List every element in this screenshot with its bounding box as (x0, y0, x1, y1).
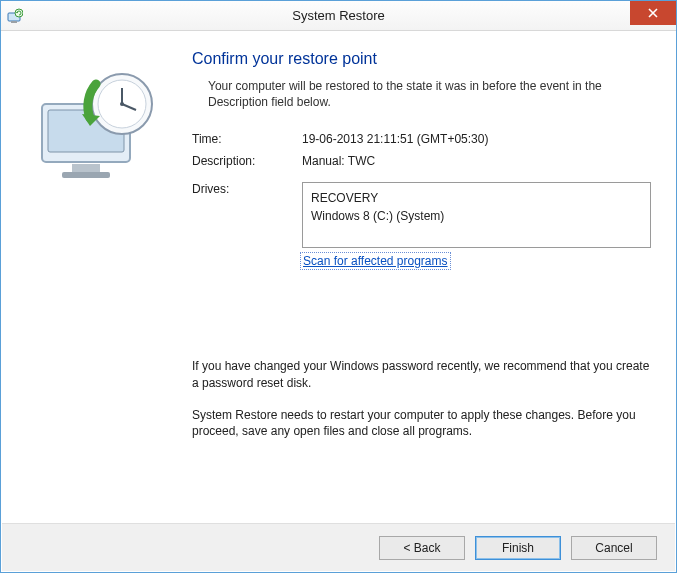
warning-password: If you have changed your Windows passwor… (192, 358, 651, 390)
svg-point-11 (120, 102, 124, 106)
system-restore-icon (24, 64, 164, 184)
page-heading: Confirm your restore point (192, 50, 651, 68)
warning-restart: System Restore needs to restart your com… (192, 407, 651, 439)
time-value: 19-06-2013 21:11:51 (GMT+05:30) (302, 132, 651, 146)
drive-item: Windows 8 (C:) (System) (311, 207, 642, 225)
row-time: Time: 19-06-2013 21:11:51 (GMT+05:30) (192, 132, 651, 146)
intro-text: Your computer will be restored to the st… (192, 78, 651, 110)
row-drives: Drives: RECOVERY Windows 8 (C:) (System) (192, 182, 651, 248)
content-area: Confirm your restore point Your computer… (2, 32, 675, 571)
icon-column (2, 50, 192, 523)
drives-list: RECOVERY Windows 8 (C:) (System) (302, 182, 651, 248)
drives-label: Drives: (192, 182, 302, 248)
close-icon (648, 8, 658, 18)
back-button[interactable]: < Back (379, 536, 465, 560)
svg-point-2 (15, 9, 23, 17)
titlebar: System Restore (1, 1, 676, 31)
scan-affected-programs-link[interactable]: Scan for affected programs (302, 254, 449, 268)
description-value: Manual: TWC (302, 154, 651, 168)
close-button[interactable] (630, 1, 676, 25)
button-bar: < Back Finish Cancel (2, 523, 675, 571)
drive-item: RECOVERY (311, 189, 642, 207)
app-icon (7, 8, 23, 24)
description-label: Description: (192, 154, 302, 168)
svg-rect-6 (62, 172, 110, 178)
row-scan-link: Scan for affected programs (192, 254, 651, 268)
svg-rect-5 (72, 164, 100, 172)
window-title: System Restore (1, 8, 676, 23)
row-description: Description: Manual: TWC (192, 154, 651, 168)
cancel-button[interactable]: Cancel (571, 536, 657, 560)
time-label: Time: (192, 132, 302, 146)
main-row: Confirm your restore point Your computer… (2, 32, 675, 523)
svg-rect-1 (11, 21, 17, 23)
body-column: Confirm your restore point Your computer… (192, 50, 651, 523)
finish-button[interactable]: Finish (475, 536, 561, 560)
